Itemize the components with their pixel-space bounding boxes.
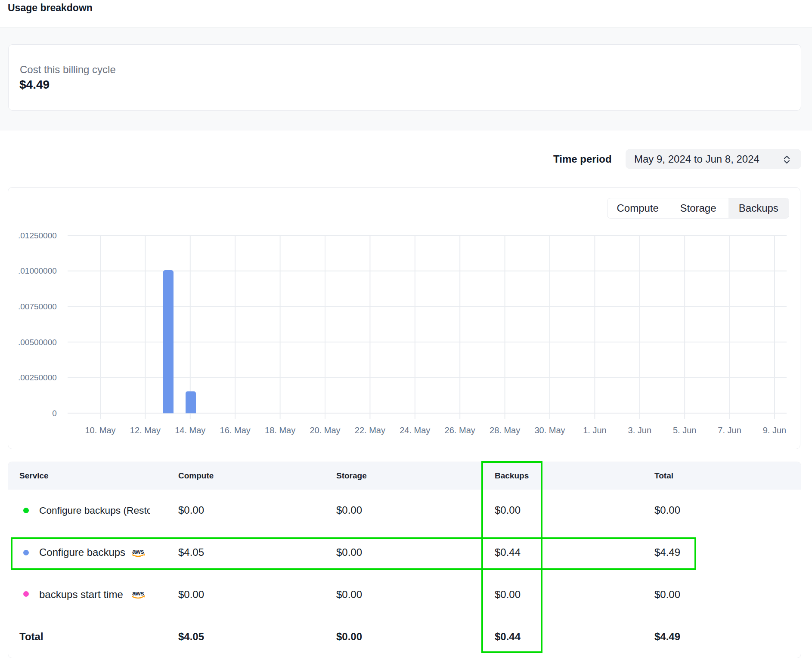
svg-text:.00500000: .00500000 xyxy=(18,338,57,347)
svg-text:0: 0 xyxy=(52,409,57,418)
svg-text:12. May: 12. May xyxy=(130,426,161,435)
svg-text:18. May: 18. May xyxy=(265,426,295,435)
svg-text:3. Jun: 3. Jun xyxy=(628,426,651,435)
svg-text:20. May: 20. May xyxy=(310,426,340,435)
svg-text:.01250000: .01250000 xyxy=(18,231,57,240)
svg-text:14. May: 14. May xyxy=(175,426,205,435)
svg-text:24. May: 24. May xyxy=(400,426,430,435)
svg-text:10. May: 10. May xyxy=(85,426,115,435)
svg-text:.00750000: .00750000 xyxy=(18,302,57,311)
svg-text:5. Jun: 5. Jun xyxy=(673,426,696,435)
svg-text:7. Jun: 7. Jun xyxy=(718,426,741,435)
svg-text:.01000000: .01000000 xyxy=(18,266,57,275)
svg-text:.00250000: .00250000 xyxy=(18,373,57,382)
svg-text:22. May: 22. May xyxy=(355,426,385,435)
svg-text:1. Jun: 1. Jun xyxy=(583,426,606,435)
svg-text:aws: aws xyxy=(132,590,144,597)
svg-text:9. Jun: 9. Jun xyxy=(763,426,786,435)
svg-text:28. May: 28. May xyxy=(490,426,520,435)
svg-text:30. May: 30. May xyxy=(534,426,565,435)
svg-text:26. May: 26. May xyxy=(445,426,475,435)
svg-text:16. May: 16. May xyxy=(220,426,251,435)
